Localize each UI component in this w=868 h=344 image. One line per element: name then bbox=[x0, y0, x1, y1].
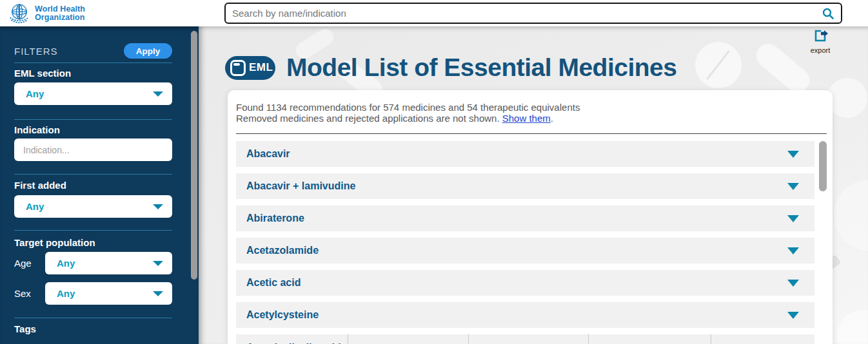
column-divider bbox=[588, 334, 589, 344]
chevron-down-icon[interactable] bbox=[787, 247, 799, 254]
age-label: Age bbox=[14, 258, 32, 269]
summary-line-1: Found 1134 recommendations for 574 medic… bbox=[236, 102, 580, 113]
first-added-label: First added bbox=[14, 180, 66, 191]
tablet-watermark bbox=[695, 42, 742, 88]
eml-section-label: EML section bbox=[14, 68, 71, 79]
tags-label: Tags bbox=[14, 323, 36, 334]
filters-title: FILTERS bbox=[14, 46, 58, 57]
medicine-name: Abacavir bbox=[246, 148, 290, 160]
target-population-label: Target population bbox=[14, 237, 95, 248]
page-title: Model List of Essential Medicines bbox=[286, 53, 676, 82]
list-scrollbar[interactable] bbox=[819, 141, 827, 191]
who-logo-text: World Health Organization bbox=[35, 5, 85, 23]
top-header: World Health Organization bbox=[0, 0, 868, 26]
circle-watermark bbox=[827, 78, 867, 118]
list-top-border bbox=[236, 133, 827, 134]
column-divider bbox=[468, 334, 469, 344]
who-logo[interactable]: World Health Organization bbox=[8, 2, 85, 25]
divider bbox=[14, 119, 172, 120]
medicine-row-partial[interactable]: Acetylsalicylic acid bbox=[236, 334, 814, 344]
medicine-name: Acetic acid bbox=[246, 277, 301, 289]
main-content: export EML Model List of Essential Medic… bbox=[199, 26, 868, 344]
eml-section-value: Any bbox=[26, 88, 44, 99]
sex-dropdown[interactable]: Any bbox=[45, 282, 172, 305]
eml-badge-label: EML bbox=[249, 61, 273, 74]
medicine-row[interactable]: Abacavir bbox=[236, 141, 814, 167]
export-button[interactable]: export bbox=[804, 29, 837, 54]
chevron-down-icon bbox=[153, 204, 163, 209]
medicine-name: Abiraterone bbox=[246, 213, 304, 224]
chevron-down-icon[interactable] bbox=[787, 312, 799, 319]
show-them-link[interactable]: Show them bbox=[502, 113, 551, 124]
who-emblem-icon bbox=[8, 2, 31, 25]
search-input[interactable] bbox=[226, 4, 822, 23]
medicine-name: Acetazolamide bbox=[246, 245, 319, 256]
export-label: export bbox=[804, 46, 837, 54]
chevron-down-icon[interactable] bbox=[787, 151, 799, 158]
eml-section-dropdown[interactable]: Any bbox=[14, 82, 172, 105]
medicine-list: Abacavir Abacavir + lamivudine Abiratero… bbox=[236, 141, 814, 334]
divider bbox=[14, 62, 172, 63]
chevron-down-icon bbox=[153, 261, 163, 266]
medicine-row[interactable]: Acetylcysteine bbox=[236, 302, 814, 328]
circle-watermark bbox=[834, 180, 868, 251]
divider bbox=[14, 174, 172, 175]
eml-badge-icon bbox=[230, 60, 246, 76]
chevron-down-icon bbox=[153, 91, 163, 97]
circle-watermark bbox=[837, 310, 868, 344]
indication-label: Indication bbox=[14, 124, 60, 135]
chevron-down-icon[interactable] bbox=[787, 183, 799, 190]
age-value: Any bbox=[57, 258, 75, 269]
medicine-row[interactable]: Abiraterone bbox=[236, 205, 814, 231]
search-icon[interactable] bbox=[822, 7, 834, 20]
age-dropdown[interactable]: Any bbox=[45, 252, 172, 274]
sex-value: Any bbox=[57, 288, 75, 299]
chevron-down-icon[interactable] bbox=[787, 215, 799, 222]
medicine-name: Acetylcysteine bbox=[246, 309, 319, 321]
divider bbox=[14, 230, 172, 231]
medicine-row[interactable]: Acetic acid bbox=[236, 270, 814, 296]
first-added-value: Any bbox=[26, 201, 44, 212]
medicine-name: Abacavir + lamivudine bbox=[246, 180, 355, 192]
divider bbox=[14, 318, 172, 318]
search-bar bbox=[224, 3, 842, 24]
medicine-row[interactable]: Abacavir + lamivudine bbox=[236, 173, 814, 199]
eml-badge: EML bbox=[225, 56, 275, 80]
summary-line-2: Removed medicines and rejected applicati… bbox=[236, 113, 580, 124]
medicine-row[interactable]: Acetazolamide bbox=[236, 238, 814, 263]
chevron-down-icon bbox=[153, 291, 163, 296]
indication-input[interactable] bbox=[14, 139, 172, 161]
filters-sidebar: FILTERS Apply EML section Any Indication… bbox=[0, 26, 199, 344]
results-summary: Found 1134 recommendations for 574 medic… bbox=[236, 102, 580, 124]
column-divider bbox=[348, 334, 348, 344]
chevron-down-icon[interactable] bbox=[787, 280, 799, 287]
first-added-dropdown[interactable]: Any bbox=[14, 195, 172, 218]
export-icon bbox=[813, 29, 828, 43]
apply-button[interactable]: Apply bbox=[124, 43, 172, 59]
column-divider bbox=[711, 334, 711, 344]
results-card: Found 1134 recommendations for 574 medic… bbox=[228, 90, 833, 344]
page: World Health Organization FILTERS Apply … bbox=[0, 0, 868, 344]
sex-label: Sex bbox=[14, 288, 31, 299]
sidebar-scrollbar[interactable] bbox=[191, 31, 197, 280]
